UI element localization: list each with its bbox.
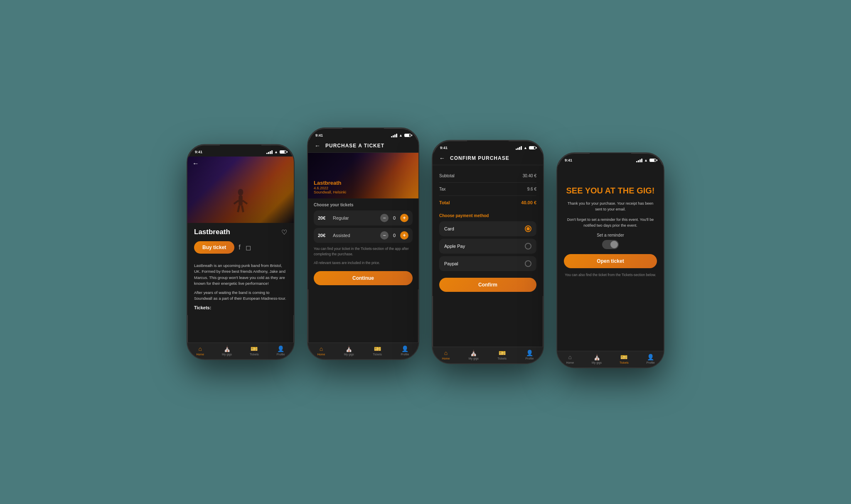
phone3-header: ← CONFIRM PURCHASE [433, 152, 543, 165]
total-row: Total 40.00 € [439, 196, 536, 209]
svg-line-3 [243, 201, 247, 204]
radio-card[interactable] [525, 225, 531, 232]
instagram-icon[interactable]: ◻ [246, 244, 251, 252]
nav-mygigs-label-3: My gigs [469, 357, 479, 360]
nav-profile-1[interactable]: 👤 Profile [277, 345, 285, 356]
qty-num-assisted: 0 [392, 233, 397, 238]
nav-tickets-2[interactable]: 🎫 Tickets [373, 345, 382, 356]
svg-point-0 [238, 189, 243, 196]
qty-control-regular: − 0 + [380, 214, 408, 222]
status-icons-2: ▲ [391, 133, 411, 137]
concert-hero-image: ← [187, 157, 294, 223]
payment-label-paypal: Paypal [444, 261, 458, 266]
radio-paypal[interactable] [525, 260, 531, 267]
nav-profile-3[interactable]: 👤 Profile [525, 350, 534, 360]
nav-profile-label-4: Profile [647, 361, 655, 364]
time-3: 9:41 [440, 146, 448, 150]
nav-profile-label-1: Profile [277, 353, 285, 356]
nav-mygigs-3[interactable]: ⛪ My gigs [469, 350, 479, 360]
notch-2 [342, 128, 384, 137]
profile-icon-4: 👤 [647, 354, 654, 360]
nav-home-3[interactable]: ⌂ Home [442, 350, 450, 360]
battery-1 [280, 150, 286, 154]
nav-home-label-2: Home [317, 353, 325, 356]
nav-home-label-4: Home [566, 361, 574, 364]
event-name: Lastbreath [314, 180, 346, 186]
bar1 [266, 153, 268, 154]
phone-artist-detail: 9:41 ▲ ← [187, 144, 295, 360]
nav-tickets-4[interactable]: 🎫 Tickets [620, 354, 629, 364]
back-button-3[interactable]: ← [439, 155, 445, 161]
nav-profile-label-3: Profile [525, 357, 534, 360]
tickets-icon-2: 🎫 [374, 345, 381, 352]
total-value: 40.00 € [521, 200, 536, 205]
nav-tickets-label-1: Tickets [250, 353, 259, 356]
phone2-header: ← PURCHASE A TICKET [308, 140, 418, 153]
mygigs-icon-3: ⛪ [470, 350, 477, 356]
notch [220, 145, 261, 154]
nav-home-1[interactable]: ⌂ Home [196, 345, 204, 356]
status-icons-4: ▲ [636, 158, 656, 162]
qty-plus-regular[interactable]: + [400, 214, 408, 222]
nav-mygigs-1[interactable]: ⛪ My gigs [222, 345, 232, 356]
qty-minus-regular[interactable]: − [380, 214, 389, 222]
facebook-icon[interactable]: f [239, 244, 240, 251]
payment-option-paypal[interactable]: Paypal [439, 256, 536, 271]
phone-purchase-ticket: 9:41 ▲ ← PURCHASE A TICKET Lastbreath 4.… [307, 127, 419, 360]
subtotal-label: Subtotal [439, 174, 455, 178]
radio-inner-card [526, 227, 530, 230]
svg-line-5 [242, 206, 243, 212]
nav-profile-label-2: Profile [401, 353, 409, 356]
purchase-info-text-2: All relevant taxes are included in the p… [314, 260, 413, 266]
wifi-icon-1: ▲ [274, 150, 278, 154]
buy-ticket-button[interactable]: Buy ticket [194, 241, 234, 254]
time-4: 9:41 [565, 158, 572, 162]
nav-mygigs-4[interactable]: ⛪ My gigs [592, 354, 602, 364]
profile-icon-3: 👤 [526, 350, 533, 356]
mygigs-icon-4: ⛪ [593, 354, 600, 360]
nav-mygigs-label-2: My gigs [344, 353, 354, 356]
tickets-icon-1: 🎫 [251, 345, 258, 352]
find-ticket-text: You can also find the ticket from the Ti… [564, 272, 657, 278]
nav-profile-2[interactable]: 👤 Profile [401, 345, 409, 356]
nav-profile-4[interactable]: 👤 Profile [647, 354, 655, 364]
phone-success: 9:41 ▲ SEE YOU AT THE GIG! Thank you for… [556, 152, 664, 368]
svg-line-4 [238, 206, 239, 212]
purchase-info-text-1: You can find your ticket in the Tickets-… [314, 246, 413, 257]
success-title: SEE YOU AT THE GIG! [564, 186, 657, 196]
payment-option-applepay[interactable]: Apple Pay [439, 239, 536, 254]
open-ticket-button[interactable]: Open ticket [564, 254, 657, 268]
time-1: 9:41 [195, 150, 202, 154]
nav-tickets-1[interactable]: 🎫 Tickets [250, 345, 259, 356]
time-2: 9:41 [315, 133, 323, 137]
profile-icon-1: 👤 [277, 345, 284, 352]
nav-tickets-label-3: Tickets [497, 357, 507, 360]
battery-2 [404, 134, 411, 137]
qty-minus-assisted[interactable]: − [380, 231, 389, 240]
battery-3 [529, 146, 536, 149]
svg-line-2 [234, 201, 239, 204]
confirm-button[interactable]: Confirm [439, 278, 536, 292]
nav-mygigs-2[interactable]: ⛪ My gigs [344, 345, 354, 356]
radio-applepay[interactable] [525, 243, 531, 250]
qty-plus-assisted[interactable]: + [400, 231, 408, 240]
payment-label-applepay: Apple Pay [444, 244, 465, 249]
reminder-toggle[interactable] [602, 240, 619, 249]
subtotal-value: 30.40 € [523, 174, 536, 178]
heart-icon[interactable]: ♡ [281, 228, 287, 236]
back-button-2[interactable]: ← [315, 142, 320, 149]
payment-option-card[interactable]: Card [439, 221, 536, 236]
back-button-1[interactable]: ← [192, 160, 199, 167]
tax-value: 9.6 € [527, 187, 536, 191]
home-icon-2: ⌂ [320, 345, 323, 352]
nav-home-4[interactable]: ⌂ Home [566, 354, 574, 364]
nav-tickets-label-2: Tickets [373, 353, 382, 356]
signal-bars-3 [516, 146, 522, 150]
tax-row: Tax 9.6 € [439, 183, 536, 196]
nav-home-2[interactable]: ⌂ Home [317, 345, 325, 356]
success-body: SEE YOU AT THE GIG! Thank you for your p… [557, 165, 664, 368]
nav-tickets-3[interactable]: 🎫 Tickets [497, 350, 507, 360]
toggle-knob [610, 241, 618, 248]
wifi-icon-4: ▲ [644, 158, 648, 162]
continue-button[interactable]: Continue [314, 271, 413, 285]
